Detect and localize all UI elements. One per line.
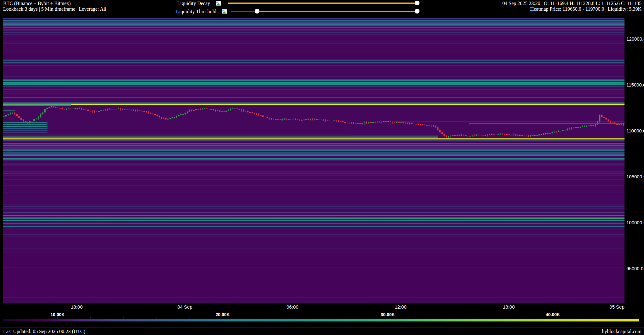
- broken-image-icon: [222, 9, 227, 14]
- colorbar-tick: [223, 316, 223, 319]
- price-axis-label: 115000.0: [626, 82, 644, 87]
- time-axis-label: 12:00: [395, 304, 407, 310]
- time-axis-label: 06:00: [286, 304, 298, 310]
- colorbar-tick: [157, 316, 157, 319]
- colorbar-tick: [553, 316, 553, 319]
- colorbar-tick: [619, 316, 619, 319]
- liquidity-threshold-slider-handle[interactable]: [255, 9, 259, 14]
- colorbar-tick: [256, 316, 256, 319]
- last-updated-label: Last Updated: 05 Sep 2025 00:23 (UTC): [3, 329, 85, 334]
- liquidity-threshold-slider-handle[interactable]: [415, 9, 419, 14]
- colorbar-tick: [421, 316, 421, 319]
- liquidity-decay-slider-handle[interactable]: [415, 1, 419, 5]
- symbol-exchanges-label: BTC (Binance + Bybit + Bitmex): [3, 1, 106, 6]
- colorbar-tick: [322, 316, 322, 319]
- colorbar-tick: [91, 316, 91, 319]
- price-axis-label: 100000.0: [626, 220, 644, 225]
- colorbar-tick: [586, 316, 586, 319]
- colorbar-tick: [355, 316, 355, 319]
- colorbar-tick: [190, 316, 190, 319]
- liquidity-colorbar: [3, 319, 639, 321]
- liquidation-heatmap-app: BTC (Binance + Bybit + Bitmex) Lookback:…: [0, 0, 644, 335]
- colorbar-tick: [124, 316, 124, 319]
- ohlc-info-block: 04 Sep 2025 23:20 | O: 111169.4 H: 11122…: [502, 1, 641, 12]
- chart-info-block: BTC (Binance + Bybit + Bitmex) Lookback:…: [3, 1, 106, 12]
- colorbar-tick: [388, 316, 388, 319]
- time-axis-label: 05 Sep: [609, 304, 625, 310]
- ohlc-label: 04 Sep 2025 23:20 | O: 111169.4 H: 11122…: [502, 1, 641, 6]
- liquidity-threshold-label: Liquidity Threshold: [138, 9, 216, 14]
- price-axis-label: 110000.0: [626, 128, 644, 133]
- lookback-settings-label: Lookback:3 days | 5 Min timeframe | Leve…: [3, 6, 106, 12]
- heatmap-hover-label: Heatmap Price: 119650.0 - 119700.0 | Liq…: [502, 6, 641, 12]
- liquidity-decay-label: Liquidity Decay: [131, 1, 210, 6]
- broken-image-icon: [216, 1, 221, 6]
- heatmap-plot-area[interactable]: [3, 18, 625, 303]
- footer-bar: Last Updated: 05 Sep 2025 00:23 (UTC) hy…: [0, 327, 644, 335]
- price-axis-label: 105000.0: [626, 174, 644, 179]
- site-watermark: hyblockcapital.com: [602, 329, 641, 334]
- candlestick-layer: [3, 18, 625, 303]
- time-axis-label: 04 Sep: [177, 304, 192, 310]
- colorbar-tick: [58, 316, 58, 319]
- price-axis-label: 120000.0: [626, 36, 644, 42]
- colorbar-tick: [289, 316, 289, 319]
- price-axis-label: 95000.0: [626, 266, 643, 271]
- time-axis-label: 18:00: [503, 304, 515, 310]
- time-axis-label: 18:00: [71, 304, 83, 310]
- liquidity-decay-slider[interactable]: [228, 3, 417, 4]
- colorbar-tick: [454, 316, 454, 319]
- liquidity-threshold-slider[interactable]: [231, 11, 417, 12]
- colorbar-tick: [487, 316, 487, 319]
- colorbar-tick: [520, 316, 520, 319]
